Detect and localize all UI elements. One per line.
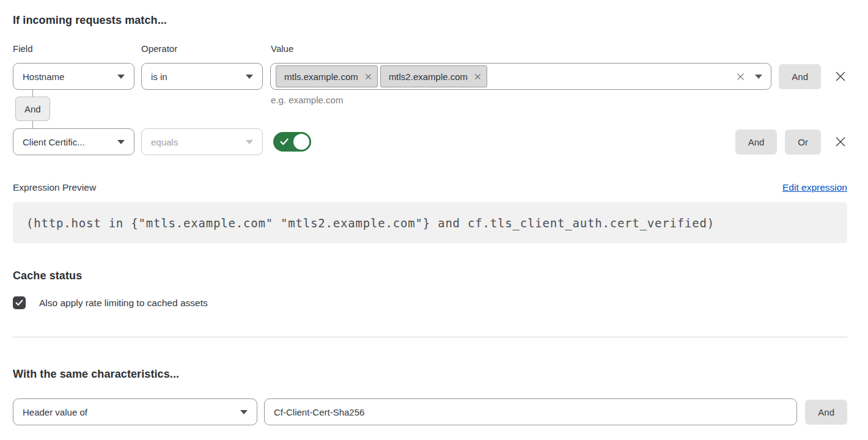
cert-verified-toggle[interactable] [273,132,311,152]
check-icon [280,138,289,145]
value-multiselect[interactable]: mtls.example.com mtls2.example.com [270,63,771,90]
close-icon [834,136,847,148]
characteristics-heading: With the same characteristics... [13,368,847,381]
characteristic-select[interactable]: Header value of [13,398,257,425]
value-hint: e.g. example.com [271,95,343,105]
condition-row-1: Hostname is in mtls.example.com mtls2.ex… [13,63,847,90]
value-tag: mtls.example.com [276,65,378,87]
condition-row-2: Client Certific... equals And Or [13,128,847,155]
characteristic-select-value: Header value of [23,407,87,417]
field-select-1-value: Hostname [23,72,64,82]
chevron-down-icon [117,75,125,79]
chevron-down-icon [117,140,125,144]
operator-select-1-value: is in [151,72,167,82]
remove-condition-button-2[interactable] [834,135,847,148]
field-select-2[interactable]: Client Certific... [13,128,134,155]
check-icon [15,299,23,306]
chevron-down-icon [246,75,253,79]
section-divider [13,337,847,337]
header-name-input[interactable] [264,398,797,425]
close-icon [834,70,847,82]
operator-select-2-value: equals [151,137,178,147]
edit-expression-link[interactable]: Edit expression [782,182,847,193]
or-condition-button-2[interactable]: Or [785,130,821,155]
remove-tag-icon[interactable] [474,73,481,80]
expression-preview-label: Expression Preview [13,182,96,193]
value-tag: mtls2.example.com [380,65,487,87]
and-condition-button-2[interactable]: And [735,130,778,155]
operator-select-1[interactable]: is in [141,63,263,90]
add-characteristic-button[interactable]: And [805,400,847,425]
expression-preview-code: (http.host in {"mtls.example.com" "mtls2… [13,202,847,243]
operator-column-label: Operator [141,43,271,54]
cache-status-checkbox-row: Also apply rate limiting to cached asset… [13,296,847,309]
field-select-2-value: Client Certific... [23,137,85,147]
and-condition-button-1[interactable]: And [779,64,821,89]
connector-and-chip[interactable]: And [15,97,50,121]
characteristics-row: Header value of And [13,398,847,425]
value-column-label: Value [271,43,847,54]
connector-zone: And e.g. example.com [13,90,847,128]
field-select-1[interactable]: Hostname [13,63,134,90]
rate-limit-rule-builder: If incoming requests match... Field Oper… [0,0,868,425]
builder-column-labels: Field Operator Value [13,43,847,54]
value-tag-label: mtls.example.com [284,72,358,82]
expression-preview-header: Expression Preview Edit expression [13,182,847,193]
cache-status-heading: Cache status [13,270,847,282]
field-column-label: Field [13,43,141,54]
chevron-down-icon [240,410,248,414]
remove-tag-icon[interactable] [365,73,372,80]
cached-assets-checkbox-label: Also apply rate limiting to cached asset… [39,298,208,309]
match-section-heading: If incoming requests match... [13,14,847,27]
chevron-down-icon [246,140,253,144]
operator-select-2: equals [141,128,263,155]
clear-values-icon[interactable] [736,72,745,81]
chevron-down-icon[interactable] [755,75,762,79]
cached-assets-checkbox[interactable] [13,296,26,309]
remove-condition-button-1[interactable] [834,70,847,83]
toggle-knob [293,134,309,150]
value-tag-label: mtls2.example.com [389,72,468,82]
